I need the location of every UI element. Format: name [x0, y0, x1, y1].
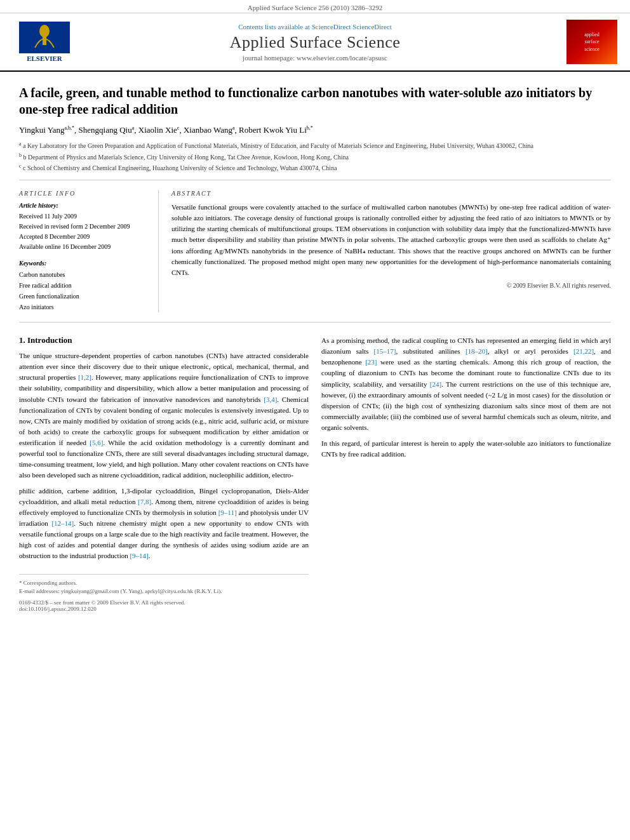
- body-section: 1. Introduction The unique structure-dep…: [19, 323, 611, 612]
- ref-12-14[interactable]: [12–14]: [51, 519, 74, 527]
- ref-7-8[interactable]: [7,8]: [138, 498, 151, 505]
- author-5: Robert Kwok Yiu Li: [239, 125, 307, 135]
- body-col-left: 1. Introduction The unique structure-dep…: [19, 335, 309, 612]
- authors: Yingkui Yanga,b,*, Shengqiang Qiua, Xiao…: [19, 125, 611, 135]
- journal-logo-text: appliedsurfacescience: [584, 31, 600, 53]
- section-1-heading: 1. Introduction: [19, 335, 309, 345]
- keyword-1: Carbon nanotubes: [19, 269, 149, 280]
- body-col2-para1: As a promising method, the radical coupl…: [321, 335, 611, 432]
- available-date: Available online 16 December 2009: [19, 242, 149, 252]
- svg-rect-2: [43, 36, 46, 45]
- elsevier-logo-section: ELSEVIER: [13, 22, 76, 62]
- author-2: Shengqiang Qiu: [79, 125, 132, 135]
- history-label: Article history:: [19, 202, 149, 209]
- citation-bar: Applied Surface Science 256 (2010) 3286–…: [0, 0, 630, 13]
- footer-issn: 0169-4332/$ – see front matter © 2009 El…: [19, 599, 309, 612]
- abstract-column: ABSTRACT Versatile functional groups wer…: [171, 190, 611, 312]
- ref-3-4[interactable]: [3,4]: [264, 396, 277, 403]
- abstract-paragraph: Versatile functional groups were covalen…: [171, 202, 611, 277]
- body-text-left: The unique structure-dependent propertie…: [19, 350, 309, 561]
- ref-23[interactable]: [23]: [365, 358, 377, 366]
- svg-point-1: [39, 25, 50, 37]
- journal-header-center: Contents lists available at ScienceDirec…: [76, 23, 554, 62]
- footnote-star: * Corresponding authors.: [19, 580, 309, 586]
- ref-1-2[interactable]: [1,2]: [78, 373, 91, 381]
- journal-homepage: journal homepage: www.elsevier.com/locat…: [76, 54, 554, 62]
- paper-title-section: A facile, green, and tunable method to f…: [19, 72, 611, 180]
- affil-a-text: a Key Laboratory for the Green Preparati…: [23, 143, 533, 150]
- body-col1-para1: The unique structure-dependent propertie…: [19, 350, 309, 481]
- journal-header: ELSEVIER Contents lists available at Sci…: [0, 13, 630, 72]
- article-info-column: ARTICLE INFO Article history: Received 1…: [19, 190, 159, 312]
- body-col1-para2: philic addition, carbene addition, 1,3-d…: [19, 486, 309, 561]
- author-4: Xianbao Wang: [184, 125, 232, 135]
- footer-doi-text: doi:10.1016/j.apsusc.2009.12.020: [19, 606, 309, 612]
- elsevier-text: ELSEVIER: [27, 55, 62, 62]
- body-col-right: As a promising method, the radical coupl…: [321, 335, 611, 612]
- journal-logo-right: appliedsurfacescience: [554, 20, 617, 64]
- received-revised-date: Received in revised form 2 December 2009: [19, 222, 149, 232]
- affil-b-text: b Department of Physics and Materials Sc…: [23, 154, 349, 161]
- journal-logo-box: appliedsurfacescience: [566, 20, 617, 64]
- journal-title: Applied Surface Science: [76, 33, 554, 52]
- author-5-affil: b,*: [307, 125, 313, 131]
- copyright-line: © 2009 Elsevier B.V. All rights reserved…: [171, 282, 611, 289]
- accepted-date: Accepted 8 December 2009: [19, 232, 149, 242]
- author-1-affil: a,b,*: [65, 125, 75, 131]
- ref-15-17[interactable]: [15–17]: [374, 347, 396, 355]
- ref-9-14-b[interactable]: [9–14]: [130, 552, 148, 559]
- body-text-right: As a promising method, the radical coupl…: [321, 335, 611, 460]
- section-1-number: 1.: [19, 335, 25, 345]
- footer-issn-text: 0169-4332/$ – see front matter © 2009 El…: [19, 599, 309, 606]
- keyword-2: Free radical addition: [19, 280, 149, 291]
- received-date: Received 11 July 2009: [19, 211, 149, 222]
- affil-a: a a Key Laboratory for the Green Prepara…: [19, 140, 611, 150]
- paper-title: A facile, green, and tunable method to f…: [19, 84, 611, 117]
- author-1: Yingkui Yang: [19, 125, 65, 135]
- sciencedirect-text: Contents lists available at ScienceDirec…: [238, 23, 351, 30]
- keywords-label: Keywords:: [19, 260, 149, 267]
- sciencedirect-link[interactable]: Contents lists available at ScienceDirec…: [76, 23, 554, 30]
- ref-18-20[interactable]: [18–20]: [466, 347, 488, 355]
- article-info-abstract-section: ARTICLE INFO Article history: Received 1…: [19, 180, 611, 323]
- ref-21-22[interactable]: [21,22]: [573, 347, 594, 355]
- elsevier-logo-image: [19, 22, 70, 53]
- keyword-4: Azo initiators: [19, 302, 149, 312]
- abstract-text: Versatile functional groups were covalen…: [171, 202, 611, 277]
- keywords-section: Keywords: Carbon nanotubes Free radical …: [19, 260, 149, 312]
- section-1-title: Introduction: [27, 335, 72, 345]
- sciencedirect-brand[interactable]: ScienceDirect: [352, 23, 392, 30]
- abstract-label: ABSTRACT: [171, 190, 611, 197]
- main-content: A facile, green, and tunable method to f…: [0, 72, 630, 612]
- footer-section: * Corresponding authors. E-mail addresse…: [19, 574, 309, 612]
- author-3: Xiaolin Xie: [138, 125, 177, 135]
- body-col2-para2: In this regard, of particular interest i…: [321, 438, 611, 460]
- ref-24[interactable]: [24]: [430, 380, 441, 388]
- affiliations: a a Key Laboratory for the Green Prepara…: [19, 140, 611, 173]
- ref-9-11[interactable]: [9–11]: [218, 509, 237, 516]
- affil-c: c c School of Chemistry and Chemical Eng…: [19, 163, 611, 173]
- affil-b: b b Department of Physics and Materials …: [19, 152, 611, 162]
- footnote-email: E-mail addresses: yingkuiyang@gmail.com …: [19, 588, 309, 594]
- ref-5-6[interactable]: [5,6]: [90, 439, 103, 446]
- affil-c-text: c School of Chemistry and Chemical Engin…: [23, 164, 337, 171]
- elsevier-logo: ELSEVIER: [13, 22, 76, 62]
- citation-text: Applied Surface Science 256 (2010) 3286–…: [248, 4, 382, 11]
- article-info-label: ARTICLE INFO: [19, 190, 149, 197]
- keyword-3: Green functionalization: [19, 291, 149, 302]
